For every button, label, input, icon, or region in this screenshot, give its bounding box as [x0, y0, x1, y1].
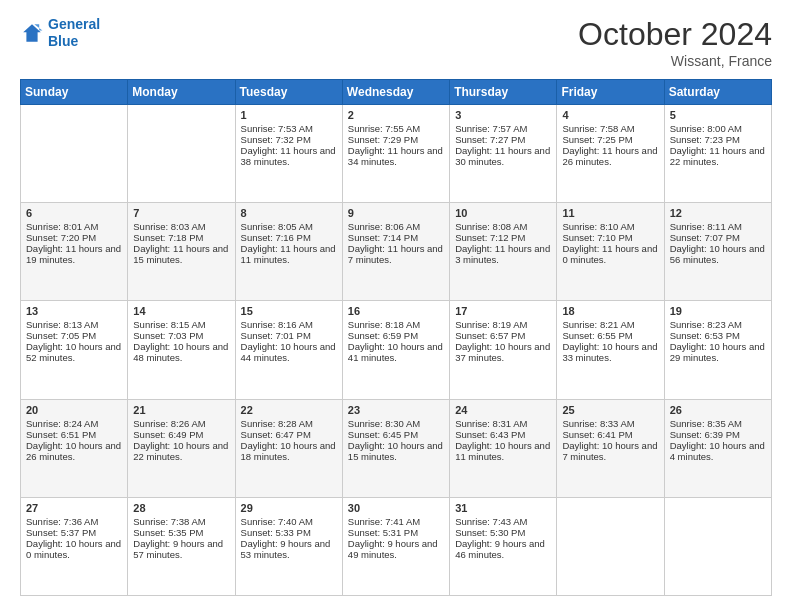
- day-info-line: Sunrise: 7:36 AM: [26, 516, 122, 527]
- day-info-line: Daylight: 10 hours and 56 minutes.: [670, 243, 766, 265]
- day-info-line: Daylight: 9 hours and 49 minutes.: [348, 538, 444, 560]
- col-header-wednesday: Wednesday: [342, 80, 449, 105]
- day-info-line: Sunset: 7:10 PM: [562, 232, 658, 243]
- day-info-line: Sunrise: 8:19 AM: [455, 319, 551, 330]
- day-info-line: Sunset: 6:39 PM: [670, 429, 766, 440]
- day-number: 6: [26, 207, 122, 219]
- day-info-line: Sunset: 7:32 PM: [241, 134, 337, 145]
- day-info-line: Sunrise: 8:31 AM: [455, 418, 551, 429]
- day-number: 14: [133, 305, 229, 317]
- day-number: 12: [670, 207, 766, 219]
- calendar-cell: 16Sunrise: 8:18 AMSunset: 6:59 PMDayligh…: [342, 301, 449, 399]
- day-info-line: Daylight: 10 hours and 0 minutes.: [26, 538, 122, 560]
- day-number: 30: [348, 502, 444, 514]
- day-info-line: Daylight: 10 hours and 22 minutes.: [133, 440, 229, 462]
- calendar-cell: 13Sunrise: 8:13 AMSunset: 7:05 PMDayligh…: [21, 301, 128, 399]
- day-number: 31: [455, 502, 551, 514]
- day-info-line: Sunset: 5:35 PM: [133, 527, 229, 538]
- calendar-cell: 21Sunrise: 8:26 AMSunset: 6:49 PMDayligh…: [128, 399, 235, 497]
- calendar-cell: 17Sunrise: 8:19 AMSunset: 6:57 PMDayligh…: [450, 301, 557, 399]
- day-info-line: Daylight: 10 hours and 52 minutes.: [26, 341, 122, 363]
- day-number: 9: [348, 207, 444, 219]
- day-info-line: Daylight: 11 hours and 19 minutes.: [26, 243, 122, 265]
- header: General Blue October 2024 Wissant, Franc…: [20, 16, 772, 69]
- day-info-line: Daylight: 10 hours and 15 minutes.: [348, 440, 444, 462]
- day-info-line: Sunrise: 8:03 AM: [133, 221, 229, 232]
- day-info-line: Sunrise: 8:01 AM: [26, 221, 122, 232]
- calendar-cell: 23Sunrise: 8:30 AMSunset: 6:45 PMDayligh…: [342, 399, 449, 497]
- day-info-line: Sunset: 7:14 PM: [348, 232, 444, 243]
- calendar-cell: 14Sunrise: 8:15 AMSunset: 7:03 PMDayligh…: [128, 301, 235, 399]
- col-header-sunday: Sunday: [21, 80, 128, 105]
- calendar-cell: 24Sunrise: 8:31 AMSunset: 6:43 PMDayligh…: [450, 399, 557, 497]
- day-info-line: Sunrise: 7:53 AM: [241, 123, 337, 134]
- day-info-line: Sunset: 7:29 PM: [348, 134, 444, 145]
- day-info-line: Sunrise: 8:10 AM: [562, 221, 658, 232]
- day-info-line: Sunset: 5:30 PM: [455, 527, 551, 538]
- day-info-line: Daylight: 11 hours and 7 minutes.: [348, 243, 444, 265]
- calendar-cell: 7Sunrise: 8:03 AMSunset: 7:18 PMDaylight…: [128, 203, 235, 301]
- day-number: 28: [133, 502, 229, 514]
- logo-general: General: [48, 16, 100, 32]
- day-info-line: Daylight: 11 hours and 11 minutes.: [241, 243, 337, 265]
- day-info-line: Sunrise: 8:28 AM: [241, 418, 337, 429]
- day-info-line: Sunrise: 8:06 AM: [348, 221, 444, 232]
- calendar-cell: 19Sunrise: 8:23 AMSunset: 6:53 PMDayligh…: [664, 301, 771, 399]
- calendar-cell: 4Sunrise: 7:58 AMSunset: 7:25 PMDaylight…: [557, 105, 664, 203]
- day-info-line: Sunrise: 8:15 AM: [133, 319, 229, 330]
- day-number: 29: [241, 502, 337, 514]
- calendar-cell: [664, 497, 771, 595]
- day-info-line: Sunrise: 8:30 AM: [348, 418, 444, 429]
- day-info-line: Sunset: 6:45 PM: [348, 429, 444, 440]
- day-info-line: Daylight: 10 hours and 29 minutes.: [670, 341, 766, 363]
- day-info-line: Sunset: 7:20 PM: [26, 232, 122, 243]
- day-info-line: Sunrise: 7:57 AM: [455, 123, 551, 134]
- day-info-line: Sunrise: 8:18 AM: [348, 319, 444, 330]
- day-info-line: Sunset: 6:57 PM: [455, 330, 551, 341]
- day-number: 20: [26, 404, 122, 416]
- day-info-line: Sunset: 6:51 PM: [26, 429, 122, 440]
- day-info-line: Sunrise: 8:24 AM: [26, 418, 122, 429]
- day-number: 10: [455, 207, 551, 219]
- day-info-line: Daylight: 10 hours and 4 minutes.: [670, 440, 766, 462]
- day-number: 15: [241, 305, 337, 317]
- day-number: 11: [562, 207, 658, 219]
- calendar-cell: [128, 105, 235, 203]
- day-info-line: Sunset: 7:16 PM: [241, 232, 337, 243]
- day-info-line: Sunset: 5:37 PM: [26, 527, 122, 538]
- day-info-line: Sunset: 7:01 PM: [241, 330, 337, 341]
- day-info-line: Daylight: 10 hours and 41 minutes.: [348, 341, 444, 363]
- day-info-line: Sunset: 6:55 PM: [562, 330, 658, 341]
- day-info-line: Sunrise: 7:58 AM: [562, 123, 658, 134]
- calendar-cell: 22Sunrise: 8:28 AMSunset: 6:47 PMDayligh…: [235, 399, 342, 497]
- day-info-line: Sunset: 6:59 PM: [348, 330, 444, 341]
- day-info-line: Sunset: 7:25 PM: [562, 134, 658, 145]
- col-header-friday: Friday: [557, 80, 664, 105]
- calendar-table: SundayMondayTuesdayWednesdayThursdayFrid…: [20, 79, 772, 596]
- day-number: 19: [670, 305, 766, 317]
- day-info-line: Sunrise: 8:11 AM: [670, 221, 766, 232]
- day-info-line: Sunset: 7:27 PM: [455, 134, 551, 145]
- day-info-line: Daylight: 10 hours and 33 minutes.: [562, 341, 658, 363]
- calendar-cell: 25Sunrise: 8:33 AMSunset: 6:41 PMDayligh…: [557, 399, 664, 497]
- day-info-line: Sunset: 7:05 PM: [26, 330, 122, 341]
- day-info-line: Daylight: 10 hours and 37 minutes.: [455, 341, 551, 363]
- day-info-line: Daylight: 11 hours and 38 minutes.: [241, 145, 337, 167]
- day-info-line: Sunrise: 8:08 AM: [455, 221, 551, 232]
- day-info-line: Sunset: 6:49 PM: [133, 429, 229, 440]
- calendar-cell: 8Sunrise: 8:05 AMSunset: 7:16 PMDaylight…: [235, 203, 342, 301]
- day-info-line: Daylight: 11 hours and 0 minutes.: [562, 243, 658, 265]
- day-info-line: Daylight: 11 hours and 22 minutes.: [670, 145, 766, 167]
- day-info-line: Sunset: 6:47 PM: [241, 429, 337, 440]
- day-info-line: Sunset: 5:33 PM: [241, 527, 337, 538]
- day-info-line: Daylight: 10 hours and 44 minutes.: [241, 341, 337, 363]
- day-info-line: Daylight: 11 hours and 3 minutes.: [455, 243, 551, 265]
- day-number: 24: [455, 404, 551, 416]
- calendar-cell: 6Sunrise: 8:01 AMSunset: 7:20 PMDaylight…: [21, 203, 128, 301]
- day-info-line: Sunset: 7:03 PM: [133, 330, 229, 341]
- day-number: 1: [241, 109, 337, 121]
- day-number: 22: [241, 404, 337, 416]
- col-header-monday: Monday: [128, 80, 235, 105]
- calendar-cell: 9Sunrise: 8:06 AMSunset: 7:14 PMDaylight…: [342, 203, 449, 301]
- logo: General Blue: [20, 16, 100, 50]
